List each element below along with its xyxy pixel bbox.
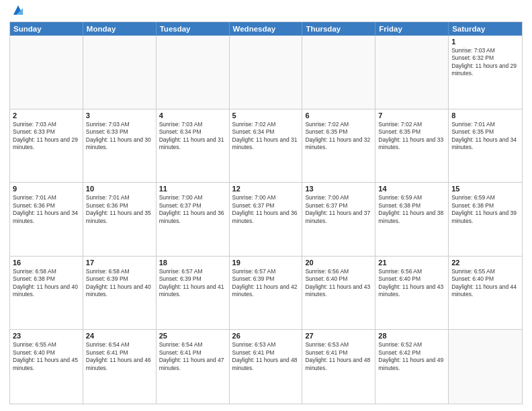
calendar-cell: 5Sunrise: 7:02 AM Sunset: 6:34 PM Daylig… (230, 109, 303, 183)
calendar-cell: 4Sunrise: 7:03 AM Sunset: 6:34 PM Daylig… (157, 109, 230, 183)
cell-text: Sunrise: 6:55 AM Sunset: 6:40 PM Dayligh… (451, 268, 519, 299)
cell-text: Sunrise: 6:54 AM Sunset: 6:41 PM Dayligh… (159, 341, 226, 372)
cell-text: Sunrise: 6:52 AM Sunset: 6:42 PM Dayligh… (378, 341, 445, 372)
cell-text: Sunrise: 7:00 AM Sunset: 6:37 PM Dayligh… (159, 194, 226, 225)
day-number: 26 (232, 332, 300, 340)
cell-text: Sunrise: 7:02 AM Sunset: 6:34 PM Dayligh… (232, 121, 300, 152)
day-number: 19 (232, 259, 300, 267)
day-number: 24 (86, 332, 153, 340)
calendar-cell: 7Sunrise: 7:02 AM Sunset: 6:35 PM Daylig… (375, 109, 449, 183)
header-day-saturday: Saturday (449, 22, 522, 36)
header-day-thursday: Thursday (302, 22, 375, 36)
cell-text: Sunrise: 7:00 AM Sunset: 6:37 PM Dayligh… (232, 194, 300, 225)
day-number: 20 (305, 259, 372, 267)
calendar-cell: 11Sunrise: 7:00 AM Sunset: 6:37 PM Dayli… (157, 183, 230, 256)
cell-text: Sunrise: 6:59 AM Sunset: 6:38 PM Dayligh… (378, 194, 445, 225)
calendar-cell: 3Sunrise: 7:03 AM Sunset: 6:33 PM Daylig… (83, 109, 157, 183)
day-number: 9 (13, 185, 80, 193)
calendar-cell: 9Sunrise: 7:01 AM Sunset: 6:36 PM Daylig… (10, 183, 83, 256)
calendar-cell: 8Sunrise: 7:01 AM Sunset: 6:35 PM Daylig… (449, 109, 522, 183)
day-number: 2 (13, 111, 80, 120)
logo (9, 8, 24, 17)
cell-text: Sunrise: 6:53 AM Sunset: 6:41 PM Dayligh… (305, 341, 372, 372)
calendar: SundayMondayTuesdayWednesdayThursdayFrid… (9, 21, 523, 404)
cell-text: Sunrise: 6:58 AM Sunset: 6:39 PM Dayligh… (86, 268, 153, 299)
calendar-cell: 16Sunrise: 6:58 AM Sunset: 6:38 PM Dayli… (10, 257, 83, 330)
calendar-cell: 24Sunrise: 6:54 AM Sunset: 6:41 PM Dayli… (83, 330, 157, 404)
cell-text: Sunrise: 7:03 AM Sunset: 6:33 PM Dayligh… (13, 121, 80, 152)
calendar-cell (83, 36, 157, 109)
calendar-cell (10, 36, 83, 109)
calendar-cell (157, 36, 230, 109)
calendar-cell: 26Sunrise: 6:53 AM Sunset: 6:41 PM Dayli… (230, 330, 303, 404)
cell-text: Sunrise: 7:03 AM Sunset: 6:34 PM Dayligh… (159, 121, 226, 152)
day-number: 7 (378, 111, 445, 120)
cell-text: Sunrise: 6:56 AM Sunset: 6:40 PM Dayligh… (305, 268, 372, 299)
calendar-cell: 25Sunrise: 6:54 AM Sunset: 6:41 PM Dayli… (157, 330, 230, 404)
day-number: 13 (305, 185, 372, 193)
day-number: 25 (159, 332, 226, 340)
calendar-cell (449, 330, 522, 404)
header-day-tuesday: Tuesday (157, 22, 230, 36)
calendar-cell: 14Sunrise: 6:59 AM Sunset: 6:38 PM Dayli… (375, 183, 449, 256)
day-number: 28 (378, 332, 445, 340)
day-number: 6 (305, 111, 372, 120)
calendar-cell: 23Sunrise: 6:55 AM Sunset: 6:40 PM Dayli… (10, 330, 83, 404)
day-number: 15 (451, 185, 519, 193)
day-number: 22 (451, 259, 519, 267)
day-number: 5 (232, 111, 300, 120)
day-number: 4 (159, 111, 226, 120)
cell-text: Sunrise: 6:56 AM Sunset: 6:40 PM Dayligh… (378, 268, 445, 299)
day-number: 10 (86, 185, 153, 193)
calendar-row-2: 9Sunrise: 7:01 AM Sunset: 6:36 PM Daylig… (10, 183, 522, 257)
cell-text: Sunrise: 6:53 AM Sunset: 6:41 PM Dayligh… (232, 341, 300, 372)
calendar-cell: 28Sunrise: 6:52 AM Sunset: 6:42 PM Dayli… (375, 330, 449, 404)
day-number: 17 (86, 259, 153, 267)
calendar-header: SundayMondayTuesdayWednesdayThursdayFrid… (10, 22, 522, 36)
header-day-sunday: Sunday (10, 22, 83, 36)
header-day-wednesday: Wednesday (230, 22, 303, 36)
calendar-row-1: 2Sunrise: 7:03 AM Sunset: 6:33 PM Daylig… (10, 109, 522, 183)
cell-text: Sunrise: 7:02 AM Sunset: 6:35 PM Dayligh… (305, 121, 372, 152)
day-number: 18 (159, 259, 226, 267)
day-number: 16 (13, 259, 80, 267)
header (9, 8, 523, 17)
calendar-row-0: 1Sunrise: 7:03 AM Sunset: 6:32 PM Daylig… (10, 36, 522, 109)
cell-text: Sunrise: 6:54 AM Sunset: 6:41 PM Dayligh… (86, 341, 153, 372)
day-number: 11 (159, 185, 226, 193)
calendar-cell: 6Sunrise: 7:02 AM Sunset: 6:35 PM Daylig… (302, 109, 375, 183)
cell-text: Sunrise: 7:01 AM Sunset: 6:36 PM Dayligh… (13, 194, 80, 225)
calendar-row-3: 16Sunrise: 6:58 AM Sunset: 6:38 PM Dayli… (10, 257, 522, 330)
calendar-cell: 13Sunrise: 7:00 AM Sunset: 6:37 PM Dayli… (302, 183, 375, 256)
day-number: 1 (451, 38, 519, 46)
cell-text: Sunrise: 7:02 AM Sunset: 6:35 PM Dayligh… (378, 121, 445, 152)
cell-text: Sunrise: 7:00 AM Sunset: 6:37 PM Dayligh… (305, 194, 372, 225)
cell-text: Sunrise: 7:01 AM Sunset: 6:35 PM Dayligh… (451, 121, 519, 152)
header-day-friday: Friday (375, 22, 449, 36)
calendar-cell: 17Sunrise: 6:58 AM Sunset: 6:39 PM Dayli… (83, 257, 157, 330)
calendar-cell: 2Sunrise: 7:03 AM Sunset: 6:33 PM Daylig… (10, 109, 83, 183)
page: SundayMondayTuesdayWednesdayThursdayFrid… (0, 0, 532, 411)
calendar-cell: 10Sunrise: 7:01 AM Sunset: 6:36 PM Dayli… (83, 183, 157, 256)
calendar-cell: 1Sunrise: 7:03 AM Sunset: 6:32 PM Daylig… (449, 36, 522, 109)
day-number: 3 (86, 111, 153, 120)
calendar-cell: 18Sunrise: 6:57 AM Sunset: 6:39 PM Dayli… (157, 257, 230, 330)
calendar-cell: 15Sunrise: 6:59 AM Sunset: 6:38 PM Dayli… (449, 183, 522, 256)
calendar-cell (230, 36, 303, 109)
calendar-body: 1Sunrise: 7:03 AM Sunset: 6:32 PM Daylig… (10, 36, 522, 404)
calendar-cell: 12Sunrise: 7:00 AM Sunset: 6:37 PM Dayli… (230, 183, 303, 256)
day-number: 23 (13, 332, 80, 340)
day-number: 21 (378, 259, 445, 267)
cell-text: Sunrise: 7:03 AM Sunset: 6:33 PM Dayligh… (86, 121, 153, 152)
calendar-cell: 19Sunrise: 6:57 AM Sunset: 6:39 PM Dayli… (230, 257, 303, 330)
cell-text: Sunrise: 6:57 AM Sunset: 6:39 PM Dayligh… (232, 268, 300, 299)
header-day-monday: Monday (83, 22, 157, 36)
day-number: 12 (232, 185, 300, 193)
day-number: 14 (378, 185, 445, 193)
cell-text: Sunrise: 6:59 AM Sunset: 6:38 PM Dayligh… (451, 194, 519, 225)
day-number: 8 (451, 111, 519, 120)
cell-text: Sunrise: 7:01 AM Sunset: 6:36 PM Dayligh… (86, 194, 153, 225)
calendar-row-4: 23Sunrise: 6:55 AM Sunset: 6:40 PM Dayli… (10, 330, 522, 404)
cell-text: Sunrise: 6:57 AM Sunset: 6:39 PM Dayligh… (159, 268, 226, 299)
calendar-cell: 27Sunrise: 6:53 AM Sunset: 6:41 PM Dayli… (302, 330, 375, 404)
